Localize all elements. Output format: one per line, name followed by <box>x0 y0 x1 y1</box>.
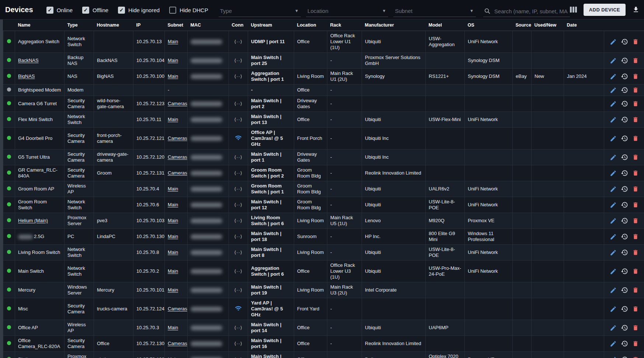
left-scrollbar[interactable] <box>0 20 3 358</box>
subnet-link[interactable]: Cameras <box>168 306 187 311</box>
history-button[interactable] <box>621 100 628 107</box>
history-button[interactable] <box>621 73 628 80</box>
history-button[interactable] <box>621 249 628 256</box>
checkbox-hide-ignored[interactable]: ✓ Hide ignored <box>118 7 160 14</box>
subnet-link[interactable]: Cameras <box>168 101 187 106</box>
edit-button[interactable] <box>610 73 617 80</box>
offline-checkbox-box[interactable]: ✓ <box>82 7 89 14</box>
edit-button[interactable] <box>610 57 617 64</box>
subnet-link[interactable]: Main <box>168 268 178 274</box>
delete-button[interactable] <box>632 170 639 176</box>
delete-trash-icon <box>632 233 639 240</box>
history-button[interactable] <box>621 116 628 123</box>
add-device-button[interactable]: ADD DEVICE <box>584 4 626 16</box>
type-filter-dropdown[interactable]: Type ▼ <box>219 8 301 17</box>
delete-button[interactable] <box>632 100 639 107</box>
history-button[interactable] <box>621 135 628 142</box>
device-name-link[interactable]: Platinum <box>18 357 37 358</box>
column-settings-icon[interactable] <box>570 7 577 13</box>
device-name-link[interactable]: BackNAS <box>18 58 39 63</box>
subnet-filter-dropdown[interactable]: Subnet ▼ <box>393 8 476 17</box>
edit-button[interactable] <box>610 324 617 331</box>
subnet-link[interactable]: Main <box>168 186 178 192</box>
history-button[interactable] <box>621 324 628 331</box>
delete-button[interactable] <box>632 306 639 312</box>
edit-button[interactable] <box>610 87 617 94</box>
delete-button[interactable] <box>632 249 639 256</box>
history-button[interactable] <box>621 86 628 94</box>
delete-button[interactable] <box>632 73 639 80</box>
delete-button[interactable] <box>632 324 639 331</box>
subnet-link[interactable]: Main <box>168 234 178 239</box>
subnet-link[interactable]: Main <box>168 58 178 63</box>
edit-button[interactable] <box>610 340 617 347</box>
delete-button[interactable] <box>632 186 639 192</box>
delete-button[interactable] <box>632 38 639 45</box>
edit-button[interactable] <box>610 38 617 45</box>
subnet-link[interactable]: Main <box>168 325 178 330</box>
history-button[interactable] <box>621 169 628 177</box>
delete-button[interactable] <box>632 233 639 240</box>
location-filter-dropdown[interactable]: Location ▼ <box>306 8 388 17</box>
edit-button[interactable] <box>610 306 617 313</box>
subnet-link[interactable]: Cameras <box>168 170 187 176</box>
history-button[interactable] <box>621 340 628 347</box>
edit-button[interactable] <box>610 217 617 224</box>
online-checkbox-box[interactable]: ✓ <box>46 7 53 14</box>
delete-button[interactable] <box>632 135 639 142</box>
hide-ignored-checkbox-box[interactable]: ✓ <box>118 7 125 14</box>
delete-button[interactable] <box>632 268 639 275</box>
history-button[interactable] <box>621 356 628 358</box>
history-button[interactable] <box>621 38 628 45</box>
edit-button[interactable] <box>610 135 617 142</box>
device-name-link[interactable]: Helium (Main) <box>18 218 48 223</box>
delete-button[interactable] <box>632 217 639 224</box>
hide-dhcp-checkbox-box[interactable]: ✓ <box>169 7 176 14</box>
subnet-link[interactable]: Main <box>168 117 178 122</box>
edit-button[interactable] <box>610 233 617 240</box>
subnet-link[interactable]: Cameras <box>168 341 187 346</box>
device-name-link[interactable]: BigNAS <box>18 73 35 79</box>
edit-button[interactable] <box>610 356 617 358</box>
search-input[interactable] <box>494 8 568 15</box>
history-button[interactable] <box>621 233 628 240</box>
delete-button[interactable] <box>632 154 639 161</box>
edit-button[interactable] <box>610 116 617 123</box>
delete-button[interactable] <box>632 57 639 64</box>
delete-button[interactable] <box>632 356 639 358</box>
delete-button[interactable] <box>632 87 639 93</box>
subnet-link[interactable]: Main <box>168 39 178 44</box>
history-button[interactable] <box>621 217 628 224</box>
history-button[interactable] <box>621 305 628 313</box>
delete-button[interactable] <box>632 287 639 293</box>
history-button[interactable] <box>621 268 628 275</box>
edit-button[interactable] <box>610 186 617 193</box>
history-button[interactable] <box>621 154 628 161</box>
delete-button[interactable] <box>632 340 639 347</box>
edit-button[interactable] <box>610 170 617 177</box>
subnet-link[interactable]: Main <box>168 287 178 293</box>
delete-button[interactable] <box>632 202 639 208</box>
subnet-link[interactable]: Main <box>168 249 178 255</box>
download-export-button[interactable] <box>632 6 640 13</box>
edit-button[interactable] <box>610 202 617 209</box>
edit-button[interactable] <box>610 287 617 294</box>
subnet-link[interactable]: Main <box>168 357 178 358</box>
subnet-link[interactable]: Main <box>168 202 178 207</box>
subnet-link[interactable]: Cameras <box>168 135 187 141</box>
subnet-link[interactable]: Cameras <box>168 154 187 160</box>
subnet-link[interactable]: Main <box>168 218 178 223</box>
edit-button[interactable] <box>610 100 617 107</box>
checkbox-hide-dhcp[interactable]: ✓ Hide DHCP <box>169 7 208 14</box>
history-button[interactable] <box>621 57 628 64</box>
edit-button[interactable] <box>610 249 617 256</box>
history-button[interactable] <box>621 286 628 294</box>
edit-button[interactable] <box>610 154 617 161</box>
subnet-link[interactable]: Main <box>168 73 178 79</box>
delete-button[interactable] <box>632 116 639 123</box>
history-button[interactable] <box>621 201 628 209</box>
history-button[interactable] <box>621 185 628 193</box>
checkbox-offline[interactable]: ✓ Offline <box>82 7 108 14</box>
checkbox-online[interactable]: ✓ Online <box>46 7 73 14</box>
edit-button[interactable] <box>610 268 617 275</box>
